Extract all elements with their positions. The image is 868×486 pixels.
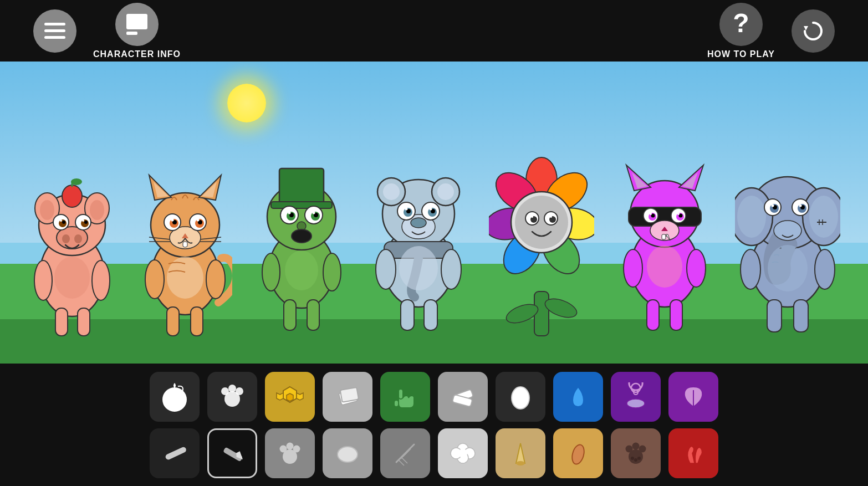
character-flower	[489, 125, 594, 341]
svg-rect-61	[271, 202, 332, 208]
character-bear	[370, 125, 467, 341]
reset-icon	[792, 9, 835, 53]
svg-rect-4	[126, 32, 137, 35]
tool-blue-drop[interactable]	[553, 372, 603, 422]
svg-point-136	[647, 245, 682, 288]
svg-point-81	[383, 183, 400, 200]
svg-rect-175	[399, 389, 403, 399]
how-to-play-button[interactable]: ? HOW TO PLAY	[707, 3, 775, 59]
reset-button[interactable]	[792, 9, 835, 53]
tool-bandage[interactable]	[438, 372, 488, 422]
svg-point-25	[60, 219, 62, 222]
svg-point-75	[323, 253, 341, 291]
svg-point-189	[338, 447, 358, 462]
tool-gray-paw[interactable]	[265, 428, 315, 478]
top-bar-right: ? HOW TO PLAY	[707, 3, 835, 59]
sun	[222, 78, 272, 128]
svg-rect-161	[794, 300, 808, 332]
svg-rect-138	[670, 300, 682, 330]
how-to-play-label: HOW TO PLAY	[707, 49, 775, 59]
svg-point-206	[632, 442, 640, 449]
svg-point-31	[54, 257, 90, 299]
tool-egg[interactable]	[496, 372, 545, 422]
svg-point-115	[531, 216, 533, 218]
tool-stone[interactable]	[323, 428, 372, 478]
menu-icon	[33, 9, 76, 53]
tool-seed[interactable]	[553, 428, 603, 478]
svg-point-15	[71, 178, 82, 185]
character-info-label: CHARACTER INFO	[93, 49, 181, 59]
character-pink-cat	[616, 125, 713, 341]
svg-point-23	[62, 221, 65, 224]
character-info-button[interactable]: CHARACTER INFO	[93, 3, 181, 59]
svg-rect-3	[126, 14, 147, 29]
svg-rect-1	[44, 29, 65, 32]
tool-knife[interactable]	[207, 428, 257, 478]
svg-point-68	[288, 212, 290, 214]
tool-snowflake[interactable]	[438, 428, 488, 478]
svg-point-179	[512, 387, 529, 409]
svg-point-167	[228, 385, 236, 392]
tool-snail[interactable]	[611, 372, 661, 422]
tool-honeycomb[interactable]	[265, 372, 315, 422]
svg-point-203	[570, 443, 586, 465]
svg-point-209	[634, 458, 637, 462]
svg-point-26	[82, 219, 84, 222]
svg-marker-170	[287, 393, 293, 401]
svg-point-154	[772, 204, 774, 207]
tool-scroll[interactable]	[323, 372, 372, 422]
svg-point-205	[626, 445, 633, 452]
svg-marker-171	[277, 393, 283, 400]
svg-point-24	[84, 221, 88, 224]
svg-point-131	[677, 213, 680, 215]
tool-paw-white[interactable]	[207, 372, 257, 422]
svg-point-140	[687, 249, 706, 287]
svg-point-166	[221, 387, 229, 395]
svg-point-187	[287, 442, 294, 449]
svg-point-162	[741, 249, 760, 289]
svg-line-194	[399, 460, 404, 465]
svg-point-96	[376, 249, 396, 289]
pig-svg	[28, 136, 116, 341]
svg-rect-73	[307, 300, 319, 330]
svg-rect-40	[183, 242, 187, 247]
svg-point-47	[171, 219, 174, 222]
tool-claw[interactable]	[668, 428, 718, 478]
svg-point-186	[280, 445, 287, 452]
svg-point-168	[236, 387, 243, 395]
svg-point-208	[631, 457, 634, 460]
tool-feather[interactable]	[380, 428, 430, 478]
svg-text:?: ?	[733, 10, 749, 38]
green-svg	[254, 125, 349, 341]
svg-point-56	[206, 260, 225, 299]
svg-point-144	[737, 196, 766, 238]
svg-rect-94	[401, 300, 414, 330]
tool-slash[interactable]	[150, 428, 200, 478]
svg-rect-160	[767, 300, 782, 332]
tool-purple-leaf[interactable]	[668, 372, 718, 422]
svg-line-190	[396, 444, 414, 462]
toolbar-row-2	[150, 428, 718, 478]
cat-svg	[138, 136, 232, 341]
tool-green-hand[interactable]	[380, 372, 430, 422]
svg-point-155	[799, 204, 802, 207]
character-cat	[138, 136, 232, 341]
svg-point-210	[637, 457, 641, 460]
svg-point-12	[90, 200, 104, 220]
svg-point-163	[815, 249, 835, 289]
svg-rect-182	[165, 446, 187, 461]
svg-marker-6	[804, 26, 808, 30]
svg-marker-172	[297, 393, 303, 400]
svg-point-97	[441, 249, 461, 289]
character-green	[254, 125, 349, 341]
menu-button[interactable]	[33, 9, 76, 53]
tool-bear-paw[interactable]	[611, 428, 661, 478]
elephant-svg	[735, 125, 840, 341]
svg-point-146	[809, 196, 838, 238]
svg-point-180	[627, 399, 645, 408]
tool-apple[interactable]	[150, 372, 200, 422]
svg-point-55	[145, 260, 164, 299]
how-to-play-icon: ?	[719, 3, 763, 46]
svg-point-69	[312, 212, 315, 214]
tool-horn[interactable]	[496, 428, 545, 478]
